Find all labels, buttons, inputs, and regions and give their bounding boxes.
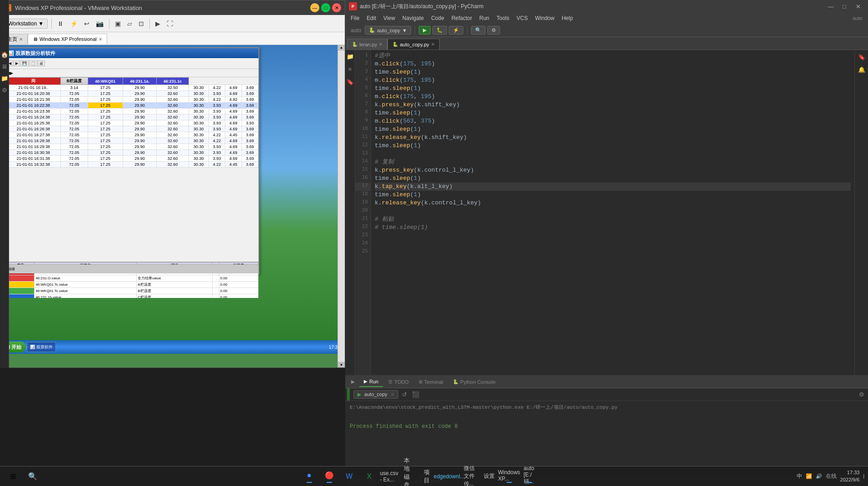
stock-table-row-7[interactable]: 21-01-01 16:26:3872.0517.2529.9032.6030.… [6, 126, 258, 132]
menu-help[interactable]: Help [558, 14, 577, 22]
vmware-close-button[interactable]: ✕ [332, 3, 341, 12]
stock-table-row-6[interactable]: 21-01-01 16:25:3872.0517.2529.9032.6030.… [6, 120, 258, 126]
tab-close-leran[interactable]: ✕ [379, 42, 382, 47]
taskbar-auto[interactable]: auto [E:/研... [520, 468, 538, 485]
taskbar-search[interactable]: 🔍 [24, 468, 42, 485]
stock-table-row-8[interactable]: 21-01-01 16:27:3872.0517.2529.9032.6030.… [6, 132, 258, 138]
bookmarks-icon[interactable]: 🔖 [346, 77, 355, 86]
sidebar-folder-icon[interactable]: 📁 [0, 74, 9, 83]
run-tab-terminal[interactable]: ⊞ Terminal [414, 377, 448, 387]
bottom-row-3[interactable]: 446:WKQ01.Tc.valueB栏温度0.00 [6, 288, 258, 294]
pycharm-close-button[interactable]: ✕ [852, 2, 864, 11]
run-config-badge[interactable]: 🐍 auto_copy ▼ [365, 26, 411, 35]
project-icon[interactable]: 📁 [346, 52, 355, 61]
taskbar-show-desktop[interactable]: | [863, 474, 864, 479]
taskbar-excel[interactable]: X [360, 468, 378, 485]
menu-vcs[interactable]: VCS [513, 14, 531, 22]
stock-table-row-11[interactable]: 21-01-01 16:30:3872.0517.2529.9032.6030.… [6, 150, 258, 156]
tab-close-auto-copy[interactable]: ✕ [431, 42, 435, 47]
run-stop-icon[interactable]: ⬛ [411, 390, 420, 399]
taskbar-notification[interactable]: 在线 [826, 472, 837, 480]
stock-tb-btn-3[interactable]: 💾 [20, 60, 29, 66]
stock-table-row-3[interactable]: 21-01-01 16:22:3872.0517.2529.9032.6030.… [6, 103, 258, 109]
right-panel-bookmark-icon[interactable]: 🔖 [857, 52, 867, 62]
debug-button[interactable]: 🐛 [432, 26, 447, 35]
stock-table-row-2[interactable]: 21-01-01 16:21:3872.0517.2529.9032.6030.… [6, 97, 258, 103]
scroll-down-btn[interactable]: ▼ [338, 362, 345, 367]
tab-auto-copy-py[interactable]: 🐍 auto_copy.py ✕ [387, 39, 440, 50]
taskbar-lang[interactable]: 中 [797, 472, 802, 480]
power-icon[interactable]: ⚡ [68, 19, 79, 28]
stock-tb-btn-2[interactable]: ▶ [14, 60, 20, 66]
pycharm-minimize-button[interactable]: — [824, 2, 837, 11]
menu-navigate[interactable]: Navigate [399, 14, 427, 22]
settings-button[interactable]: ⚙ [487, 26, 500, 35]
sidebar-settings-icon[interactable]: ⚙ [0, 85, 9, 94]
stock-tb-btn-4[interactable]: 📋 [29, 60, 37, 66]
send-ctrl-icon[interactable]: ↩ [82, 19, 91, 28]
pycharm-maximize-button[interactable]: □ [838, 2, 851, 11]
taskbar-use-csv[interactable]: use.csv - Ex... [380, 468, 398, 485]
menu-code[interactable]: Code [427, 14, 448, 22]
menu-window[interactable]: Window [531, 14, 558, 22]
taskbar-edge[interactable]: edgedownl... [440, 468, 458, 485]
xp-task-stock[interactable]: 📊 股票软件 [27, 342, 56, 352]
run-tab-todo[interactable]: ☰ TODO [384, 377, 413, 387]
menu-edit[interactable]: Edit [363, 14, 380, 22]
run-tab-run[interactable]: ▶ Run [359, 377, 383, 387]
search-everywhere-button[interactable]: 🔍 [471, 26, 486, 35]
view-icon-3[interactable]: ⊡ [137, 19, 146, 28]
taskbar-word[interactable]: W [340, 468, 358, 485]
stock-table-row-12[interactable]: 21-01-01 16:31:3872.0517.2529.9032.6030.… [6, 156, 258, 162]
taskbar-settings[interactable]: 设置 [480, 468, 498, 485]
taskbar-volume[interactable]: 🔊 [816, 473, 822, 479]
vmware-tab-home-close[interactable]: ✕ [19, 37, 23, 42]
run-config-close[interactable]: ✕ [391, 392, 394, 397]
workstation-button[interactable]: Workstation ▼ [4, 19, 48, 29]
taskbar-network[interactable]: 📶 [806, 473, 812, 479]
bottom-row-1[interactable]: 246:231.O.value全力结果value0.00 [6, 275, 258, 282]
menu-view[interactable]: View [380, 14, 399, 22]
sidebar-home-icon[interactable]: 🏠 [0, 50, 9, 59]
taskbar-clock[interactable]: 17:33 2022/9/6 [840, 469, 860, 483]
taskbar-local-disk[interactable]: 本地磁盘(E:) [400, 468, 418, 485]
pause-icon[interactable]: ⏸ [55, 19, 65, 28]
right-panel-notification-icon[interactable]: 🔔 [857, 64, 867, 74]
structure-icon[interactable]: ≡ [346, 64, 355, 74]
run-toggle-icon[interactable]: ▶ [351, 379, 355, 385]
vmware-tab-xp[interactable]: 🖥 Windows XP Professional ✕ [28, 34, 107, 45]
sidebar-monitor-icon[interactable]: 🖥 [0, 62, 9, 71]
scroll-up-btn[interactable]: ▲ [338, 45, 345, 50]
vmware-scrollbar[interactable]: ▲ ▼ [337, 45, 345, 367]
stock-tb-btn-5[interactable]: 🖨 [38, 60, 45, 66]
fullscreen-icon[interactable]: ⛶ [165, 19, 175, 28]
bottom-row-2[interactable]: 346:WKQ01.Tc.valueA栏温度0.00 [6, 282, 258, 288]
stock-table-row-5[interactable]: 21-01-01 16:24:3872.0517.2529.9032.6030.… [6, 114, 258, 120]
stock-table-row-10[interactable]: 21-01-01 16:29:3872.0517.2529.9032.6030.… [6, 144, 258, 150]
taskbar-chrome[interactable]: ● [300, 468, 318, 485]
run-rerun-icon[interactable]: ↺ [400, 390, 409, 399]
menu-file[interactable]: File [347, 14, 363, 22]
profile-button[interactable]: ⚡ [449, 26, 463, 35]
vmware-maximize-button[interactable]: □ [321, 3, 330, 12]
menu-run[interactable]: Run [476, 14, 493, 22]
vmware-minimize-button[interactable]: — [310, 3, 319, 12]
snapshot-icon[interactable]: 📷 [94, 19, 105, 28]
run-settings-icon[interactable]: ⚙ [857, 390, 866, 399]
stock-table-row-13[interactable]: 21-01-01 16:32:3872.0517.2529.9032.6030.… [6, 162, 258, 168]
vmware-tab-xp-close[interactable]: ✕ [99, 37, 102, 42]
terminal-icon[interactable]: ▶ [154, 19, 162, 28]
menu-refactor[interactable]: Refactor [448, 14, 476, 22]
taskbar-start-button[interactable]: ⊞ [4, 468, 22, 485]
taskbar-vmware[interactable]: Windows XP... [500, 468, 518, 485]
stock-nav-scroll-right[interactable]: ▶ [10, 71, 13, 75]
menu-tools[interactable]: Tools [493, 14, 513, 22]
bottom-row-4[interactable]: 546:231.1b.valueC栏温度0.00 [6, 294, 258, 298]
stock-table-row-4[interactable]: 21-01-01 16:23:3872.0517.2529.9032.6030.… [6, 109, 258, 114]
run-button[interactable]: ▶ [419, 26, 431, 35]
stock-table-row-9[interactable]: 21-01-01 16:28:3872.0517.2529.9032.6030.… [6, 138, 258, 144]
tab-leran-py[interactable]: 🐍 leran.py ✕ [347, 39, 387, 50]
taskbar-pycharm-icon[interactable]: 🔴 [320, 468, 338, 485]
taskbar-wechat-file[interactable]: 微信文件传... [460, 468, 478, 485]
view-icon-1[interactable]: ▣ [113, 19, 123, 28]
